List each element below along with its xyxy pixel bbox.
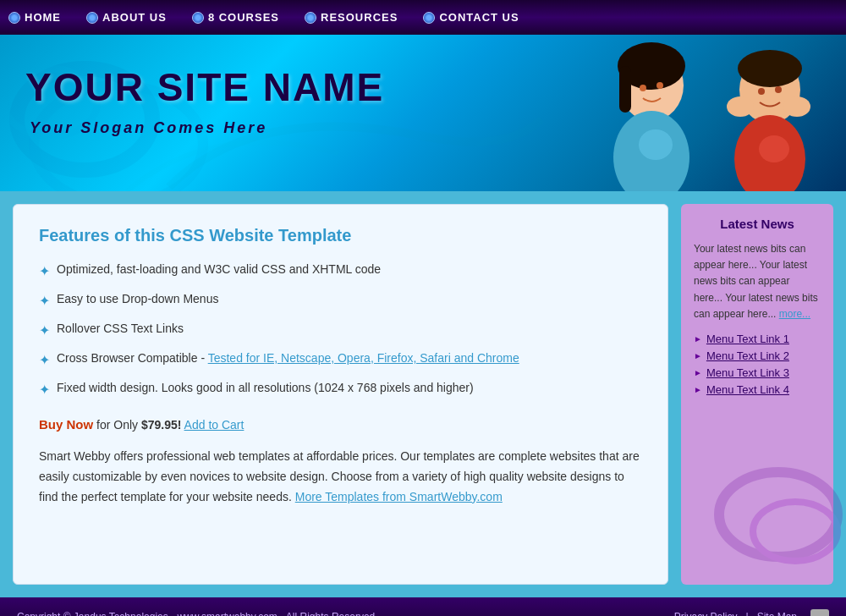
footer: Copyright © Jandus Technologies - www.sm… xyxy=(0,597,846,616)
svg-point-9 xyxy=(656,82,663,89)
svg-point-7 xyxy=(639,129,673,160)
nav-about[interactable]: ABOUT US xyxy=(86,11,167,24)
bullet-icon-3: ✦ xyxy=(39,321,50,341)
footer-divider: | xyxy=(746,611,749,617)
header-kids-illustration xyxy=(525,35,846,191)
nav-courses[interactable]: 8 COURSES xyxy=(192,11,279,24)
svg-point-13 xyxy=(759,135,789,162)
contact-icon xyxy=(423,12,435,24)
footer-links: Privacy Policy | Site Map xyxy=(674,609,829,617)
buy-line: Buy Now for Only $79.95! Add to Cart xyxy=(39,417,642,432)
sidebar-links-list: ► Menu Text Link 1 ► Menu Text Link 2 ► … xyxy=(694,333,821,396)
bullet-icon-5: ✦ xyxy=(39,380,50,400)
footer-copyright: Copyright © Jandus Technologies - www.sm… xyxy=(17,611,378,617)
latest-news-title: Latest News xyxy=(694,217,821,231)
resources-icon xyxy=(305,12,316,24)
sidebar-swirl-decoration xyxy=(711,464,846,565)
bullet-icon-1: ✦ xyxy=(39,261,50,282)
kids-svg xyxy=(525,35,846,191)
nav-home[interactable]: HOME xyxy=(8,11,61,24)
feature-item-3: ✦ Rollover CSS Text Links xyxy=(39,320,642,341)
feature-item-5: ✦ Fixed width design. Looks good in all … xyxy=(39,379,642,400)
footer-logo-icon xyxy=(810,609,829,617)
svg-point-16 xyxy=(758,88,765,95)
home-icon xyxy=(8,12,20,24)
svg-point-17 xyxy=(775,86,782,93)
sidebar: Latest News Your latest news bits can ap… xyxy=(681,204,833,585)
svg-point-11 xyxy=(738,50,802,87)
more-templates-link[interactable]: More Templates from SmartWebby.com xyxy=(295,490,503,503)
price-label: $79.95! xyxy=(141,418,181,432)
buy-text: for Only xyxy=(96,418,138,432)
sidebar-arrow-icon-1: ► xyxy=(694,334,702,344)
sidebar-arrow-icon-2: ► xyxy=(694,351,702,360)
courses-icon xyxy=(192,12,204,24)
sidebar-link-3[interactable]: Menu Text Link 3 xyxy=(706,366,789,379)
features-title: Features of this CSS Website Template xyxy=(39,226,642,245)
sidebar-arrow-icon-3: ► xyxy=(694,368,702,377)
footer-sitemap-link[interactable]: Site Map xyxy=(757,611,797,617)
description-text: Smart Webby offers professional web temp… xyxy=(39,447,642,507)
sidebar-link-item-2: ► Menu Text Link 2 xyxy=(694,349,821,362)
news-more-link[interactable]: more... xyxy=(779,308,810,320)
main-content: Features of this CSS Website Template ✦ … xyxy=(13,204,668,585)
feature-item-2: ✦ Easy to use Drop-down Menus xyxy=(39,290,642,311)
svg-point-8 xyxy=(640,85,646,91)
svg-point-15 xyxy=(783,96,810,117)
navbar: HOME ABOUT US 8 COURSES RESOURCES CONTAC… xyxy=(0,0,846,35)
sidebar-link-2[interactable]: Menu Text Link 2 xyxy=(706,349,789,362)
bullet-icon-4: ✦ xyxy=(39,350,50,371)
sidebar-link-item-1: ► Menu Text Link 1 xyxy=(694,333,821,345)
svg-rect-5 xyxy=(619,66,631,113)
header: YOUR SITE NAME Your Slogan Comes Here xyxy=(0,35,846,191)
nav-contact[interactable]: CONTACT US xyxy=(423,11,519,24)
sidebar-link-item-3: ► Menu Text Link 3 xyxy=(694,366,821,379)
cross-browser-link[interactable]: Tested for IE, Netscape, Opera, Firefox,… xyxy=(208,351,519,365)
site-slogan: Your Slogan Comes Here xyxy=(30,119,267,137)
svg-point-14 xyxy=(727,96,754,117)
sidebar-arrow-icon-4: ► xyxy=(694,385,702,394)
sidebar-link-1[interactable]: Menu Text Link 1 xyxy=(706,333,789,345)
header-swirl-decoration xyxy=(0,35,550,191)
sidebar-link-item-4: ► Menu Text Link 4 xyxy=(694,383,821,396)
news-text: Your latest news bits can appear here...… xyxy=(694,241,821,322)
nav-resources[interactable]: RESOURCES xyxy=(305,11,398,24)
feature-item-4: ✦ Cross Browser Compatible - Tested for … xyxy=(39,349,642,371)
svg-point-18 xyxy=(719,472,838,557)
buy-now-label[interactable]: Buy Now xyxy=(39,417,93,432)
add-to-cart-link[interactable]: Add to Cart xyxy=(184,418,244,432)
site-name: YOUR SITE NAME xyxy=(25,64,384,110)
sidebar-link-4[interactable]: Menu Text Link 4 xyxy=(706,383,789,396)
main-wrapper: Features of this CSS Website Template ✦ … xyxy=(0,191,846,597)
feature-item-1: ✦ Optimized, fast-loading and W3C valid … xyxy=(39,261,642,282)
footer-privacy-link[interactable]: Privacy Policy xyxy=(674,611,738,617)
features-list: ✦ Optimized, fast-loading and W3C valid … xyxy=(39,261,642,400)
about-icon xyxy=(86,12,98,24)
bullet-icon-2: ✦ xyxy=(39,291,50,311)
